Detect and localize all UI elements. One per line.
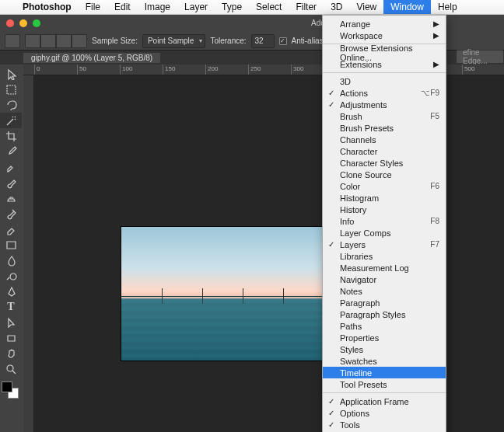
menu-filter[interactable]: Filter	[289, 0, 324, 14]
close-window-icon[interactable]	[6, 19, 14, 27]
menu-item-label: Brush Presets	[340, 124, 394, 133]
tool-preset-icon[interactable]	[5, 34, 20, 48]
menu-help[interactable]: Help	[431, 0, 464, 14]
tolerance-input[interactable]: 32	[251, 34, 275, 48]
menu-item-clone-source[interactable]: Clone Source	[323, 169, 446, 180]
hand-tool[interactable]	[0, 346, 22, 361]
color-swatches[interactable]	[0, 380, 20, 400]
menu-item-color[interactable]: ColorF6	[323, 180, 446, 192]
menu-item-extensions[interactable]: Extensions▶	[323, 58, 446, 70]
menu-shortcut: F6	[430, 182, 439, 190]
menu-layer[interactable]: Layer	[177, 0, 215, 14]
menu-item-layers[interactable]: ✓LayersF7	[323, 239, 446, 250]
sample-size-label: Sample Size:	[92, 37, 138, 45]
menu-item-character[interactable]: Character	[323, 145, 446, 157]
menu-item-brush[interactable]: BrushF5	[323, 110, 446, 122]
dodge-tool[interactable]	[0, 268, 22, 284]
menu-item-label: Notes	[340, 287, 362, 296]
menu-item-adjustments[interactable]: ✓Adjustments	[323, 99, 446, 110]
move-tool[interactable]	[0, 66, 22, 82]
menu-shortcut: ⌥F9	[421, 89, 439, 97]
menu-item-arrange[interactable]: Arrange▶	[323, 18, 446, 30]
menu-item-3d[interactable]: 3D	[323, 75, 446, 87]
menu-item-channels[interactable]: Channels	[323, 134, 446, 145]
menu-item-paths[interactable]: Paths	[323, 320, 446, 332]
gradient-tool[interactable]	[0, 237, 22, 253]
refine-edge-area: efine Edge...	[456, 50, 504, 64]
menu-item-actions[interactable]: ✓Actions⌥F9	[323, 87, 446, 99]
menu-item-libraries[interactable]: Libraries	[323, 250, 446, 262]
window-menu-dropdown: Arrange▶Workspace▶Browse Extensions Onli…	[322, 15, 446, 432]
menu-item-history[interactable]: History	[323, 204, 446, 215]
path-selection-tool[interactable]	[0, 315, 22, 330]
rectangle-tool[interactable]	[0, 330, 22, 346]
ruler-tick: 500	[462, 64, 474, 75]
menu-item-label: Clone Source	[340, 170, 392, 179]
refine-edge-button[interactable]: efine Edge...	[456, 50, 504, 64]
minimize-window-icon[interactable]	[19, 19, 27, 27]
menu-item-measurement-log[interactable]: Measurement Log	[323, 262, 446, 273]
menu-item-label: Color	[340, 182, 360, 191]
menu-item-brush-presets[interactable]: Brush Presets	[323, 122, 446, 134]
menu-item-paragraph[interactable]: Paragraph	[323, 297, 446, 308]
menu-item-label: Arrange	[340, 19, 370, 29]
menu-item-layer-comps[interactable]: Layer Comps	[323, 227, 446, 239]
marquee-tool[interactable]	[0, 82, 22, 97]
menu-item-application-frame[interactable]: ✓Application Frame	[323, 395, 446, 407]
subtract-selection-icon[interactable]	[56, 34, 72, 48]
menu-item-workspace[interactable]: Workspace▶	[323, 30, 446, 41]
menu-item-notes[interactable]: Notes	[323, 285, 446, 297]
eraser-tool[interactable]	[0, 221, 22, 237]
menu-edit[interactable]: Edit	[107, 0, 138, 14]
menu-item-label: Channels	[340, 135, 376, 145]
ruler-tick: 50	[77, 64, 86, 75]
menu-item-paragraph-styles[interactable]: Paragraph Styles	[323, 308, 446, 320]
menu-3d[interactable]: 3D	[324, 0, 349, 14]
type-tool[interactable]: T	[0, 299, 22, 315]
menu-file[interactable]: File	[79, 0, 107, 14]
mac-menubar: Photoshop File Edit Image Layer Type Sel…	[0, 0, 504, 15]
menu-window[interactable]: Window	[383, 0, 431, 14]
menu-item-tools[interactable]: ✓Tools	[323, 419, 446, 430]
fg-swatch[interactable]	[2, 381, 12, 392]
menu-type[interactable]: Type	[215, 0, 249, 14]
healing-brush-tool[interactable]	[0, 159, 22, 175]
intersect-selection-icon[interactable]	[72, 34, 87, 48]
anti-alias-checkbox[interactable]: ✓	[279, 37, 287, 45]
menu-item-label: Tool Presets	[340, 380, 387, 389]
menu-item-browse-extensions-online[interactable]: Browse Extensions Online...	[323, 47, 446, 58]
menu-item-histogram[interactable]: Histogram	[323, 192, 446, 204]
add-selection-icon[interactable]	[40, 34, 56, 48]
menu-item-label: Libraries	[340, 252, 373, 261]
menu-view[interactable]: View	[349, 0, 383, 14]
eyedropper-tool[interactable]	[0, 144, 22, 159]
crop-tool[interactable]	[0, 128, 22, 144]
menu-item-label: Brush	[340, 112, 362, 121]
sample-size-select[interactable]: Point Sample	[142, 34, 205, 48]
clone-stamp-tool[interactable]	[0, 190, 22, 206]
menu-item-character-styles[interactable]: Character Styles	[323, 157, 446, 169]
menu-item-navigator[interactable]: Navigator	[323, 273, 446, 285]
zoom-window-icon[interactable]	[33, 19, 40, 27]
menu-select[interactable]: Select	[249, 0, 289, 14]
menu-item-options[interactable]: ✓Options	[323, 407, 446, 419]
pen-tool[interactable]	[0, 284, 22, 299]
brush-tool[interactable]	[0, 175, 22, 190]
menu-item-label: Options	[340, 409, 369, 418]
menu-item-tool-presets[interactable]: Tool Presets	[323, 378, 446, 390]
menu-app[interactable]: Photoshop	[16, 0, 79, 14]
menu-item-info[interactable]: InfoF8	[323, 215, 446, 227]
menu-item-label: Timeline	[340, 368, 372, 378]
menu-image[interactable]: Image	[138, 0, 177, 14]
menu-item-timeline[interactable]: Timeline	[323, 367, 446, 378]
magic-wand-tool[interactable]	[0, 113, 22, 128]
zoom-tool[interactable]	[0, 361, 22, 377]
new-selection-icon[interactable]	[25, 34, 40, 48]
lasso-tool[interactable]	[0, 97, 22, 113]
menu-item-properties[interactable]: Properties	[323, 332, 446, 343]
history-brush-tool[interactable]	[0, 206, 22, 221]
blur-tool[interactable]	[0, 253, 22, 268]
document-tab[interactable]: giphy.gif @ 100% (Layer 5, RGB/8)	[23, 53, 160, 63]
menu-item-styles[interactable]: Styles	[323, 343, 446, 355]
menu-item-swatches[interactable]: Swatches	[323, 355, 446, 367]
